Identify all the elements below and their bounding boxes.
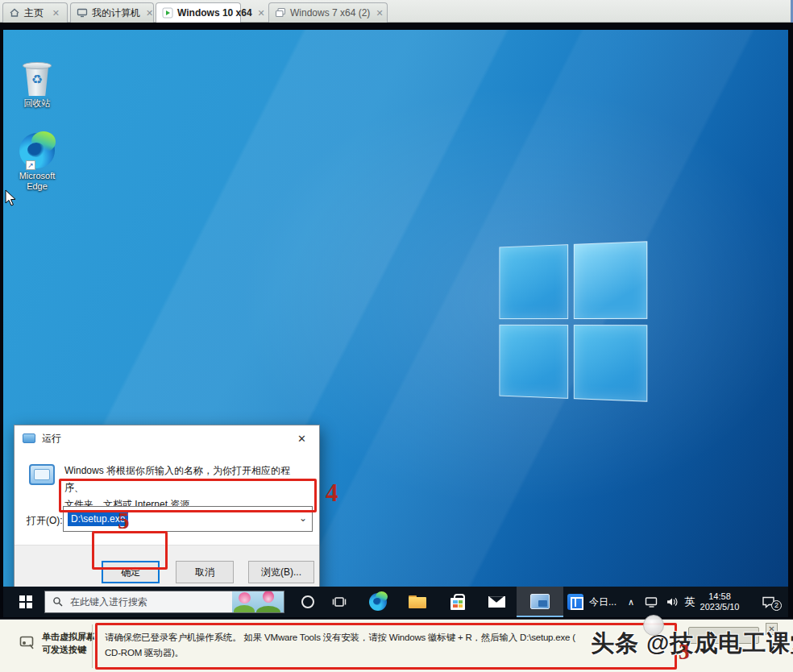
cortana-button[interactable] [295, 587, 321, 617]
tray-date: 2023/5/10 [700, 602, 740, 612]
mail-button[interactable] [480, 587, 513, 617]
task-view-icon [332, 595, 347, 608]
folder-icon [409, 595, 426, 608]
store-button[interactable] [442, 587, 474, 617]
active-app-icon [530, 594, 550, 609]
send-keys-hint: 单击虚拟屏幕 可发送按键 [42, 630, 95, 656]
edge-taskbar-button[interactable] [362, 587, 394, 617]
notification-badge: 2 [771, 600, 782, 611]
tray-overflow-button[interactable]: ∧ [622, 587, 640, 617]
cancel-button[interactable]: 取消 [176, 561, 234, 583]
edge-icon [19, 133, 55, 168]
run-dialog-titlebar[interactable]: 运行 ✕ [15, 425, 319, 451]
ime-indicator: 英 [685, 595, 695, 609]
task-view-button[interactable] [326, 587, 353, 617]
search-daily-image[interactable] [232, 591, 284, 613]
search-icon [45, 596, 64, 608]
start-button[interactable] [10, 587, 42, 617]
send-keys-icon [19, 636, 37, 650]
message-line2: CD-ROM 驱动器)。 [105, 645, 669, 661]
run-dialog-close-icon[interactable]: ✕ [293, 431, 311, 446]
hint-line1: 单击虚拟屏幕 [42, 630, 95, 643]
tab-windows10-label: Windows 10 x64 [177, 7, 252, 19]
tab-windows7-close-icon[interactable]: ✕ [374, 8, 384, 19]
watermark-text: 头条 @技成电工课堂 [591, 628, 793, 660]
windows-wallpaper-logo [499, 241, 647, 401]
watermark-avatar [643, 615, 664, 636]
store-icon [450, 598, 465, 610]
ok-button[interactable]: 确定 [102, 561, 160, 583]
mail-icon [488, 596, 505, 608]
news-label: 今日... [589, 595, 617, 609]
tray-time: 14:58 [708, 591, 731, 602]
vm-tab-bar: 主页 ✕ 我的计算机 ✕ Windows 10 x64 ✕ Windows 7 … [0, 0, 793, 23]
tab-windows10-close-icon[interactable]: ✕ [256, 8, 267, 19]
ime-tray-button[interactable]: 英 [682, 587, 698, 617]
chevron-up-icon: ∧ [628, 597, 634, 608]
speaker-icon [666, 596, 679, 608]
vm-screen: ♻ 回收站 ↗ Microsoft Edge 运行 ✕ [0, 23, 793, 619]
hint-line2: 可发送按键 [42, 643, 95, 656]
clock-tray-button[interactable]: 14:58 2023/5/10 [696, 587, 743, 617]
run-dialog-title: 运行 [42, 432, 61, 446]
news-tray-label-button[interactable]: 今日... [587, 587, 619, 617]
tab-windows7-label: Windows 7 x64 (2) [290, 7, 370, 19]
open-label: 打开(O): [27, 514, 63, 528]
tab-windows10[interactable]: Windows 10 x64 ✕ [156, 2, 241, 23]
vmware-status-bar: 单击虚拟屏幕 可发送按键 请确保您已登录客户机操作系统。 如果 VMware T… [0, 619, 793, 672]
shortcut-arrow-icon: ↗ [26, 160, 35, 170]
browse-button[interactable]: 浏览(B)... [248, 561, 314, 583]
chevron-down-icon[interactable]: ⌄ [299, 512, 307, 524]
volume-tray-button[interactable] [662, 587, 682, 617]
monitor-icon [77, 7, 88, 19]
windows-start-icon [19, 595, 32, 608]
open-combobox[interactable]: D:\setup.exe ⌄ [63, 506, 313, 532]
action-center-button[interactable]: 2 [753, 587, 785, 617]
home-icon [9, 7, 20, 19]
run-dialog-icon [23, 433, 35, 443]
recycle-symbol-icon: ♻ [23, 73, 52, 86]
tab-home-close-icon[interactable]: ✕ [51, 8, 61, 19]
network-display-icon [645, 596, 658, 608]
active-app-button[interactable] [517, 587, 563, 617]
network-tray-button[interactable] [641, 587, 661, 617]
cortana-icon [301, 595, 314, 608]
vm-stack-icon [275, 7, 286, 19]
vmware-tools-message: 请确保您已登录客户机操作系统。 如果 VMware Tools 没有安装，请按 … [105, 630, 669, 661]
tab-my-computer[interactable]: 我的计算机 ✕ [70, 2, 154, 23]
taskbar-search[interactable] [44, 591, 284, 613]
recycle-bin-label: 回收站 [13, 98, 61, 109]
file-explorer-button[interactable] [401, 587, 434, 617]
vmware-window: 主页 ✕ 我的计算机 ✕ Windows 10 x64 ✕ Windows 7 … [0, 0, 793, 672]
edge-label: Microsoft Edge [13, 171, 61, 192]
news-tray-button[interactable] [566, 587, 585, 617]
windows-taskbar: 今日... ∧ 英 14:58 2023/5/10 [3, 587, 788, 617]
desktop-icon-recycle-bin[interactable]: ♻ 回收站 [13, 62, 61, 109]
tab-my-computer-label: 我的计算机 [92, 6, 140, 20]
run-dialog: 运行 ✕ Windows 将根据你所输入的名称，为你打开相应的程序、 文件夹、文… [14, 425, 320, 599]
recycle-bin-icon: ♻ [23, 62, 52, 96]
tab-my-computer-close-icon[interactable]: ✕ [144, 8, 155, 19]
run-glyph-icon [29, 464, 55, 485]
tab-windows7[interactable]: Windows 7 x64 (2) ✕ [268, 2, 388, 23]
search-input[interactable] [64, 596, 232, 608]
desktop-icon-edge[interactable]: ↗ Microsoft Edge [13, 133, 61, 192]
tab-home-label: 主页 [24, 6, 44, 20]
tab-home[interactable]: 主页 ✕ [2, 2, 68, 23]
mouse-cursor [5, 189, 18, 207]
play-icon [162, 7, 173, 19]
news-icon [567, 594, 583, 610]
statusbar-separator [92, 624, 93, 668]
notification-icon: 2 [762, 595, 776, 608]
edge-icon [369, 593, 387, 611]
open-input-value[interactable]: D:\setup.exe [68, 512, 128, 526]
message-line1: 请确保您已登录客户机操作系统。 如果 VMware Tools 没有安装，请按 … [105, 630, 669, 645]
description-line1: Windows 将根据你所输入的名称，为你打开相应的程序、 [64, 463, 308, 496]
